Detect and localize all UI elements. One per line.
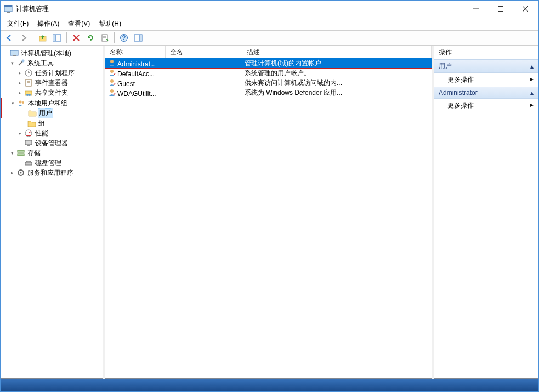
- maximize-button[interactable]: [488, 1, 513, 17]
- forward-button[interactable]: [17, 31, 30, 44]
- toolbar-separator: [33, 32, 33, 43]
- list-row[interactable]: DefaultAcc...系统管理的用户帐户。: [105, 68, 432, 78]
- svg-rect-4: [498, 7, 503, 12]
- expand-icon[interactable]: ▸: [16, 130, 23, 137]
- svg-point-33: [19, 101, 22, 104]
- column-description[interactable]: 描述: [242, 46, 432, 58]
- folder-icon: [28, 109, 37, 117]
- expand-icon[interactable]: ▸: [16, 79, 23, 86]
- list-pane: 名称 全名 描述 Administrat...管理计算机(域)的内置帐户Defa…: [105, 46, 432, 379]
- svg-rect-19: [139, 35, 142, 41]
- tree-device-manager[interactable]: 设备管理器: [1, 138, 103, 148]
- column-fullname[interactable]: 全名: [166, 46, 242, 58]
- menu-action[interactable]: 操作(A): [33, 18, 64, 30]
- list-row[interactable]: WDAGUtilit...系统为 Windows Defender 应用...: [105, 88, 432, 98]
- tools-icon: [16, 59, 25, 67]
- cell-description: 系统为 Windows Defender 应用...: [242, 88, 432, 98]
- performance-icon: [24, 129, 33, 138]
- chevron-right-icon: ▸: [530, 101, 534, 110]
- actions-more-users[interactable]: 更多操作 ▸: [434, 73, 538, 87]
- tree-local-users-groups[interactable]: ▾ 本地用户和组: [2, 98, 100, 108]
- expand-icon[interactable]: ▸: [16, 89, 23, 96]
- collapse-icon[interactable]: ▾: [9, 150, 15, 156]
- actions-pane: 操作 用户 ▴ 更多操作 ▸ Administrator ▴ 更多操作 ▸: [434, 46, 538, 379]
- cell-name: WDAGUtilit...: [117, 90, 156, 98]
- tree-storage[interactable]: ▾ 存储: [1, 148, 103, 158]
- svg-rect-22: [13, 55, 16, 56]
- collapse-icon: ▴: [530, 89, 534, 96]
- back-button[interactable]: [3, 31, 16, 44]
- show-hide-tree-button[interactable]: [50, 31, 64, 44]
- title-bar: 计算机管理: [1, 1, 538, 17]
- column-name[interactable]: 名称: [105, 46, 166, 58]
- collapse-icon[interactable]: [2, 50, 9, 56]
- actions-section-users[interactable]: 用户 ▴: [434, 59, 538, 73]
- user-icon: [107, 88, 116, 96]
- list-row[interactable]: Guest供来宾访问计算机或访问域的内...: [105, 78, 432, 88]
- list-body: Administrat...管理计算机(域)的内置帐户DefaultAcc...…: [105, 58, 432, 98]
- tree-groups[interactable]: 组: [1, 118, 103, 128]
- actions-section-administrator[interactable]: Administrator ▴: [434, 87, 538, 99]
- svg-point-46: [110, 60, 114, 63]
- clock-icon: [24, 69, 33, 77]
- toolbar: ?: [1, 30, 538, 46]
- tree-root[interactable]: 计算机管理(本地): [1, 48, 103, 58]
- computer-management-icon: [10, 49, 19, 58]
- tree-performance[interactable]: ▸ 性能: [1, 128, 103, 138]
- export-list-button[interactable]: [98, 31, 111, 44]
- svg-point-45: [20, 172, 22, 174]
- svg-point-23: [22, 60, 25, 63]
- tree-event-viewer[interactable]: ▸ 事件查看器: [1, 78, 103, 88]
- disk-icon: [24, 158, 33, 167]
- collapse-icon[interactable]: ▾: [9, 60, 15, 66]
- tree-users[interactable]: 用户: [2, 108, 100, 118]
- svg-rect-30: [25, 91, 32, 95]
- users-groups-icon: [17, 99, 26, 107]
- tree-disk-management[interactable]: 磁盘管理: [1, 158, 103, 168]
- expand-icon[interactable]: ▸: [9, 169, 15, 176]
- list-header: 名称 全名 描述: [105, 46, 432, 58]
- close-button[interactable]: [513, 1, 537, 17]
- toolbar-separator: [114, 32, 115, 43]
- delete-button[interactable]: [70, 31, 83, 44]
- actions-header: 操作: [434, 46, 538, 59]
- services-icon: [16, 168, 25, 177]
- menu-file[interactable]: 文件(F): [3, 18, 33, 30]
- menu-help[interactable]: 帮助(H): [94, 18, 126, 30]
- svg-rect-38: [25, 140, 32, 145]
- svg-point-31: [26, 94, 29, 96]
- svg-rect-40: [18, 150, 24, 152]
- up-button[interactable]: [36, 31, 49, 44]
- svg-rect-39: [27, 145, 30, 146]
- tree-shared-folders[interactable]: ▸ 共享文件夹: [1, 88, 103, 98]
- taskbar-fragment: [1, 379, 538, 391]
- list-row[interactable]: Administrat...管理计算机(域)的内置帐户: [105, 58, 432, 68]
- menu-view[interactable]: 查看(V): [64, 18, 94, 30]
- storage-icon: [16, 149, 25, 157]
- collapse-icon[interactable]: ▾: [9, 100, 16, 106]
- svg-point-48: [110, 79, 114, 83]
- expand-icon[interactable]: ▸: [16, 70, 23, 76]
- minimize-button[interactable]: [463, 1, 488, 17]
- folder-icon: [27, 119, 36, 128]
- svg-text:?: ?: [122, 34, 126, 42]
- help-button[interactable]: ?: [117, 31, 131, 44]
- refresh-button[interactable]: [84, 31, 97, 44]
- cell-name: Administrat...: [117, 60, 156, 68]
- tree-services-apps[interactable]: ▸ 服务和应用程序: [1, 168, 103, 178]
- svg-rect-9: [53, 35, 56, 41]
- tree-task-scheduler[interactable]: ▸ 任务计划程序: [1, 68, 103, 78]
- cell-description: 管理计算机(域)的内置帐户: [242, 59, 432, 68]
- actions-more-administrator[interactable]: 更多操作 ▸: [434, 99, 538, 112]
- svg-rect-1: [4, 5, 12, 7]
- tree-pane: 计算机管理(本地) ▾ 系统工具 ▸ 任务计划程序 ▸ 事件查看器 ▸ 共享文件…: [1, 46, 103, 379]
- show-hide-action-pane-button[interactable]: [132, 31, 145, 44]
- svg-point-34: [22, 101, 24, 104]
- cell-description: 供来宾访问计算机或访问域的内...: [242, 78, 432, 88]
- menu-bar: 文件(F) 操作(A) 查看(V) 帮助(H): [1, 17, 538, 30]
- collapse-icon: ▴: [530, 63, 534, 70]
- device-icon: [24, 139, 33, 147]
- svg-point-32: [29, 94, 31, 96]
- tree-system-tools[interactable]: ▾ 系统工具: [1, 58, 103, 68]
- svg-rect-21: [10, 50, 18, 55]
